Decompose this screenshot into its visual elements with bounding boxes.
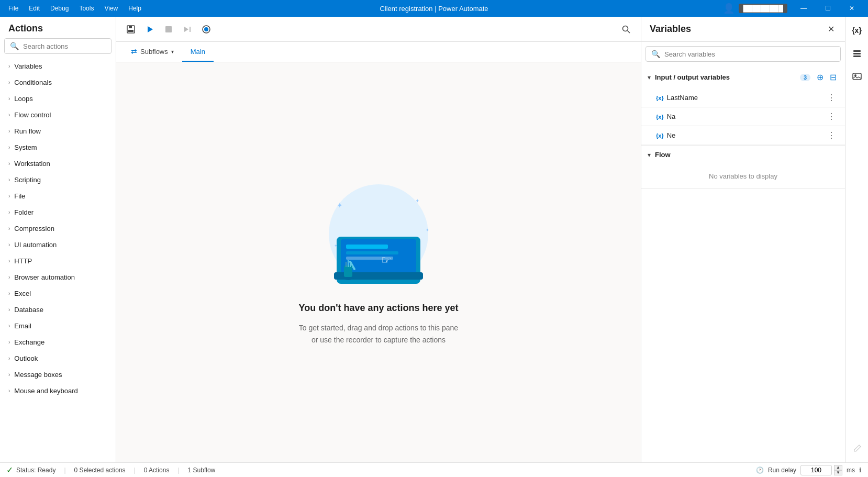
action-label: Conditionals [14, 79, 52, 86]
info-icon[interactable]: ℹ [859, 467, 862, 474]
chevron-right-icon: › [8, 372, 10, 378]
action-item-database[interactable]: › Database [0, 302, 116, 318]
empty-state-subtitle: To get started, drag and drop actions to… [299, 322, 458, 346]
action-item-browser-automation[interactable]: › Browser automation [0, 269, 116, 285]
action-label: Email [14, 322, 31, 330]
menu-debug[interactable]: Debug [46, 3, 73, 14]
action-item-workstation[interactable]: › Workstation [0, 156, 116, 172]
stop-button[interactable] [160, 21, 177, 38]
action-label: Compression [14, 225, 54, 232]
menu-view[interactable]: View [100, 3, 122, 14]
run-delay-input-box[interactable]: ▲ ▼ [800, 465, 842, 475]
delay-up-button[interactable]: ▲ [834, 465, 842, 470]
minimize-button[interactable]: — [792, 0, 816, 17]
action-item-http[interactable]: › HTTP [0, 253, 116, 269]
user-avatar-icon[interactable]: 👤 [723, 3, 735, 14]
chevron-right-icon: › [8, 356, 10, 361]
action-item-run-flow[interactable]: › Run flow [0, 123, 116, 139]
action-label: Excel [14, 290, 31, 297]
section-chevron-icon: ▾ [648, 151, 651, 159]
search-actions-input[interactable] [23, 42, 106, 50]
section-header-flow[interactable]: ▾ Flow [641, 146, 845, 164]
action-item-compression[interactable]: › Compression [0, 220, 116, 237]
image-strip-icon[interactable] [848, 67, 866, 86]
tab-main[interactable]: Main [182, 42, 214, 62]
svg-rect-2 [128, 30, 133, 32]
pen-strip-icon[interactable] [848, 439, 866, 458]
action-item-outlook[interactable]: › Outlook [0, 350, 116, 367]
action-item-conditionals[interactable]: › Conditionals [0, 74, 116, 91]
delay-down-button[interactable]: ▼ [834, 470, 842, 475]
action-item-excel[interactable]: › Excel [0, 285, 116, 302]
variable-name: LastName [667, 94, 821, 102]
empty-state-illustration: ✦ ✦ ✦ ✦ ☞ [305, 179, 452, 294]
layers-strip-icon[interactable] [848, 44, 866, 63]
status-bar: ✓ Status: Ready | 0 Selected actions | 0… [0, 462, 868, 477]
action-item-variables[interactable]: › Variables [0, 58, 116, 74]
subflow-count: 1 Subflow [188, 467, 216, 474]
action-item-mouse-keyboard[interactable]: › Mouse and keyboard [0, 383, 116, 399]
save-button[interactable] [123, 21, 139, 38]
action-item-flow-control[interactable]: › Flow control [0, 107, 116, 123]
actions-search-box[interactable]: 🔍 [4, 38, 112, 54]
canvas-panel: ⇄ Subflows ▾ Main ✦ ✦ ✦ ✦ [116, 17, 641, 462]
action-label: Variables [14, 62, 42, 70]
section-title-io: Input / output variables [655, 73, 796, 81]
chevron-right-icon: › [8, 161, 10, 167]
variables-search-box[interactable]: 🔍 [646, 46, 841, 62]
action-label: Mouse and keyboard [14, 387, 77, 395]
section-chevron-icon: ▾ [648, 74, 651, 81]
action-item-message-boxes[interactable]: › Message boxes [0, 367, 116, 383]
variable-item-lastname[interactable]: {x} LastName ⋮ [641, 88, 845, 107]
action-item-scripting[interactable]: › Scripting [0, 172, 116, 188]
action-label: HTTP [14, 257, 32, 265]
add-variable-button[interactable]: ⊕ [815, 71, 826, 83]
chevron-right-icon: › [8, 258, 10, 264]
close-button[interactable]: ✕ [840, 0, 864, 17]
action-item-loops[interactable]: › Loops [0, 91, 116, 107]
filter-button[interactable]: ⊟ [828, 71, 839, 83]
action-item-file[interactable]: › File [0, 188, 116, 204]
menu-tools[interactable]: Tools [75, 3, 98, 14]
action-item-folder[interactable]: › Folder [0, 204, 116, 220]
menu-file[interactable]: File [4, 3, 23, 14]
action-item-exchange[interactable]: › Exchange [0, 334, 116, 350]
run-button[interactable] [141, 21, 158, 38]
section-header-io[interactable]: ▾ Input / output variables 3 ⊕ ⊟ [641, 66, 845, 88]
next-step-button[interactable] [179, 21, 196, 38]
selected-actions-count: 0 Selected actions [74, 467, 126, 474]
canvas-search-button[interactable] [618, 21, 635, 38]
variable-name: Na [667, 113, 821, 120]
window-controls[interactable]: — ☐ ✕ [792, 0, 864, 17]
menu-help[interactable]: Help [124, 3, 146, 14]
variable-item-ne[interactable]: {x} Ne ⋮ [641, 126, 845, 145]
action-item-ui-automation[interactable]: › UI automation [0, 237, 116, 253]
app-body: Actions 🔍 › Variables › Conditionals › L… [0, 17, 868, 462]
action-item-system[interactable]: › System [0, 139, 116, 156]
variables-title: Variables [650, 24, 821, 35]
action-label: System [14, 143, 37, 151]
variables-strip-icon[interactable]: {x} [848, 21, 866, 40]
chevron-right-icon: › [8, 96, 10, 102]
canvas-content: ✦ ✦ ✦ ✦ ☞ [116, 62, 641, 462]
menu-bar[interactable]: File Edit Debug Tools View Help [4, 3, 146, 14]
variable-more-button[interactable]: ⋮ [824, 92, 839, 104]
variable-more-button[interactable]: ⋮ [824, 110, 839, 123]
svg-rect-31 [853, 56, 861, 57]
action-label: Loops [14, 95, 32, 103]
search-variables-input[interactable] [664, 50, 835, 58]
status-ready-icon: ✓ [6, 465, 13, 475]
delay-spinner[interactable]: ▲ ▼ [834, 465, 842, 475]
variable-more-button[interactable]: ⋮ [824, 129, 839, 141]
action-item-email[interactable]: › Email [0, 318, 116, 334]
chevron-right-icon: › [8, 128, 10, 134]
chevron-right-icon: › [8, 323, 10, 329]
run-delay-value[interactable] [800, 465, 832, 475]
tab-subflows[interactable]: ⇄ Subflows ▾ [123, 42, 182, 62]
menu-edit[interactable]: Edit [25, 3, 44, 14]
variable-item-na[interactable]: {x} Na ⋮ [641, 107, 845, 126]
maximize-button[interactable]: ☐ [816, 0, 840, 17]
record-button[interactable] [198, 21, 215, 38]
run-delay-unit: ms [847, 467, 855, 474]
variables-close-button[interactable]: ✕ [826, 22, 837, 36]
